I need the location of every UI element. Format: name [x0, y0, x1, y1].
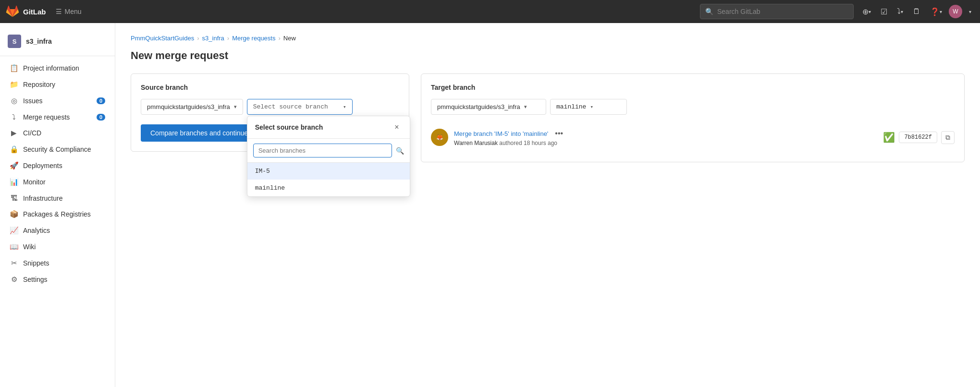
chevron-down-icon2: ▾ [901, 9, 903, 14]
source-branch-select-btn[interactable]: Select source branch ▾ [247, 99, 353, 115]
repository-icon: 📁 [10, 80, 18, 89]
sidebar-item-analytics[interactable]: 📈 Analytics [2, 222, 113, 239]
avatar-initials: W [953, 8, 958, 15]
commit-time: authored 18 hours ago [499, 140, 557, 146]
sidebar-item-label: Issues [23, 97, 92, 105]
help-icon: ❓ [930, 7, 940, 16]
user-avatar[interactable]: W [949, 5, 962, 18]
commit-message-link[interactable]: Merge branch 'IM-5' into 'mainline' ••• [454, 128, 877, 139]
source-branch-chevron: ▾ [343, 104, 346, 110]
branch-option-mainline[interactable]: mainline [247, 180, 410, 196]
issues-nav-button[interactable]: 🗒 [910, 4, 923, 19]
menu-button[interactable]: ☰ Menu [52, 6, 86, 17]
sidebar-item-deployments[interactable]: 🚀 Deployments [2, 157, 113, 174]
sidebar-item-packages[interactable]: 📦 Packages & Registries [2, 206, 113, 222]
copy-hash-button[interactable]: ⧉ [941, 131, 955, 144]
topnav-actions: ⊕ ▾ ☑ ⤵ ▾ 🗒 ❓ ▾ W ▾ [859, 4, 974, 19]
sidebar-item-infrastructure[interactable]: 🏗 Infrastructure [2, 190, 113, 206]
monitor-icon: 📊 [10, 178, 18, 186]
breadcrumb-link-mr[interactable]: Merge requests [232, 35, 275, 42]
sidebar-item-security[interactable]: 🔒 Security & Compliance [2, 141, 113, 157]
global-search[interactable]: 🔍 Search GitLab [700, 4, 854, 19]
target-branch-selectors: pmmquickstartguides/s3_infra ▾ mainline … [431, 99, 955, 115]
merge-requests-nav-button[interactable]: ⤵ ▾ [894, 4, 906, 19]
commit-author-name: Warren Marusiak [454, 140, 498, 146]
infrastructure-icon: 🏗 [10, 194, 18, 202]
sidebar-item-snippets[interactable]: ✂ Snippets [2, 255, 113, 271]
source-repo-select[interactable]: pmmquickstartguides/s3_infra ▾ [141, 99, 243, 115]
mr-form: Source branch pmmquickstartguides/s3_inf… [131, 73, 965, 162]
commit-more-button[interactable]: ••• [552, 128, 566, 139]
breadcrumb: PmmQuickStartGuides › s3_infra › Merge r… [131, 35, 965, 42]
settings-icon: ⚙ [10, 275, 18, 284]
breadcrumb-current: New [283, 35, 296, 42]
sidebar-item-issues[interactable]: ◎ Issues 0 [2, 93, 113, 109]
sidebar-item-label: Deployments [23, 162, 105, 169]
sidebar-item-label: Security & Compliance [23, 145, 105, 153]
copy-icon: ⧉ [945, 133, 950, 141]
sidebar-item-label: Packages & Registries [23, 210, 105, 218]
source-repo-chevron: ▾ [234, 104, 237, 110]
dropdown-close-button[interactable]: × [392, 122, 402, 133]
security-icon: 🔒 [10, 145, 18, 154]
commit-details: Merge branch 'IM-5' into 'mainline' ••• … [454, 128, 877, 146]
sidebar-item-label: Analytics [23, 227, 105, 234]
gitlab-text: GitLab [23, 8, 46, 16]
sidebar-item-cicd[interactable]: ▶ CI/CD [2, 125, 113, 141]
sidebar-item-project-information[interactable]: 📋 Project information [2, 60, 113, 76]
target-branch-title: Target branch [431, 84, 955, 91]
cicd-icon: ▶ [10, 129, 18, 137]
project-info-icon: 📋 [10, 64, 18, 73]
deployments-icon: 🚀 [10, 161, 18, 170]
commit-info: 🦊 Merge branch 'IM-5' into 'mainline' ••… [431, 122, 955, 152]
gitlab-logo-icon [6, 5, 19, 18]
sidebar-item-label: Merge requests [23, 113, 92, 121]
main-content: PmmQuickStartGuides › s3_infra › Merge r… [115, 23, 980, 387]
chevron-down-icon3: ▾ [940, 9, 942, 14]
target-branch-select[interactable]: mainline ▾ [550, 99, 627, 115]
commit-author-avatar: 🦊 [431, 129, 448, 146]
help-button[interactable]: ❓ ▾ [927, 4, 945, 19]
create-button[interactable]: ⊕ ▾ [859, 4, 874, 19]
merge-requests-icon: ⤵ [10, 113, 18, 121]
gitlab-logo-link[interactable]: GitLab [6, 5, 46, 18]
sidebar-item-settings[interactable]: ⚙ Settings [2, 271, 113, 288]
sidebar-item-label: Infrastructure [23, 194, 105, 202]
target-repo-value: pmmquickstartguides/s3_infra [437, 103, 520, 110]
issues-icon: ◎ [10, 97, 18, 105]
source-branch-selectors: pmmquickstartguides/s3_infra ▾ Select so… [141, 99, 399, 115]
sidebar-item-label: CI/CD [23, 129, 105, 137]
to-do-button[interactable]: ☑ [878, 4, 890, 19]
snippets-icon: ✂ [10, 259, 18, 267]
commit-status: ✅ 7b81622f ⧉ [883, 131, 955, 144]
sidebar-item-label: Repository [23, 81, 105, 88]
breadcrumb-link-org[interactable]: PmmQuickStartGuides [131, 35, 194, 42]
sidebar-item-repository[interactable]: 📁 Repository [2, 76, 113, 93]
sidebar-item-merge-requests[interactable]: ⤵ Merge requests 0 [2, 109, 113, 125]
sidebar-project: S s3_infra [0, 31, 115, 56]
source-dropdown-wrapper: Select source branch ▾ Select source bra… [247, 99, 353, 115]
sidebar-item-label: Wiki [23, 243, 105, 251]
breadcrumb-link-project[interactable]: s3_infra [202, 35, 224, 42]
source-repo-value: pmmquickstartguides/s3_infra [147, 103, 230, 110]
sidebar-item-monitor[interactable]: 📊 Monitor [2, 174, 113, 190]
branch-search-input[interactable] [253, 144, 392, 157]
chevron-down-icon4: ▾ [969, 9, 971, 14]
dropdown-header: Select source branch × [247, 116, 410, 139]
plus-icon: ⊕ [862, 7, 869, 16]
target-repo-select[interactable]: pmmquickstartguides/s3_infra ▾ [431, 99, 546, 115]
dropdown-title: Select source branch [255, 123, 323, 131]
source-branch-dropdown: Select source branch × 🔍 IM-5 mainline [247, 116, 410, 197]
commit-hash-button[interactable]: 7b81622f [899, 132, 937, 143]
search-placeholder: Search GitLab [717, 8, 760, 15]
merge-requests-badge: 0 [97, 114, 105, 121]
branch-option-im5[interactable]: IM-5 [247, 163, 410, 180]
pipeline-status-icon: ✅ [883, 132, 895, 143]
sidebar-item-wiki[interactable]: 📖 Wiki [2, 239, 113, 255]
avatar-chevron[interactable]: ▾ [966, 6, 974, 17]
compare-branches-button[interactable]: Compare branches and continue [141, 124, 257, 142]
branch-search-icon: 🔍 [396, 147, 404, 155]
packages-icon: 📦 [10, 210, 18, 218]
source-branch-card: Source branch pmmquickstartguides/s3_inf… [131, 73, 409, 152]
page-title: New merge request [131, 49, 965, 62]
